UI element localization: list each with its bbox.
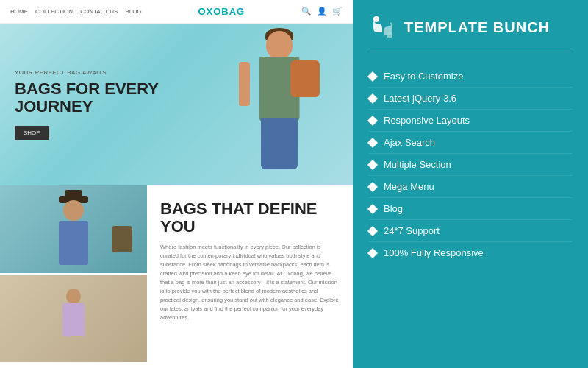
feature-item-7: 24*7 Support [369,220,572,242]
feature-label-6: Blog [384,203,403,214]
lower-description: Where fashion meets functionality in eve… [160,243,340,322]
diamond-icon-0 [368,71,378,81]
diamond-icon-5 [368,181,378,191]
feature-label-5: Mega Menu [384,181,434,192]
man-bag-image [0,185,147,273]
feature-label-3: Ajax Search [384,137,435,148]
nav-collection[interactable]: COLLECTION [35,8,73,15]
diamond-icon-8 [368,247,378,258]
brand-logo-icon [369,13,397,41]
hero-section: YOUR PERFECT BAG AWAITS BAGS FOR EVERY J… [0,24,353,185]
lower-section: BAGS THAT DEFINE YOU Where fashion meets… [0,185,353,362]
feature-item-5: Mega Menu [369,176,572,198]
man-head [63,200,84,221]
person-illustration [232,31,327,185]
girl-head [66,289,81,305]
person-legs [261,118,298,169]
navbar: HOME COLLECTION CONTACT US BLOG OXOBAG 🔍… [0,0,353,24]
lower-image-1 [0,185,147,273]
feature-label-0: Easy to Customize [384,71,463,82]
feature-label-4: Multiple Section [384,159,451,170]
man-backpack [112,226,132,252]
user-icon[interactable]: 👤 [317,7,327,16]
hero-subtitle: YOUR PERFECT BAG AWAITS [15,69,162,76]
feature-item-2: Responsive Layouts [369,110,572,132]
man-body [59,221,88,265]
hero-shop-button[interactable]: SHOP [15,126,49,140]
lower-images [0,185,147,362]
left-panel: HOME COLLECTION CONTACT US BLOG OXOBAG 🔍… [0,0,353,368]
lower-image-2 [0,275,147,362]
brand-header: TEMPLATE BUNCH [369,13,572,52]
hero-title: BAGS FOR EVERY JOURNEY [15,80,162,116]
lower-title: BAGS THAT DEFINE YOU [160,200,340,236]
right-panel: TEMPLATE BUNCH Easy to Customize Latest … [353,0,588,368]
person-arms [239,62,250,106]
lower-text-area: BAGS THAT DEFINE YOU Where fashion meets… [147,185,353,362]
feature-item-3: Ajax Search [369,132,572,154]
girl-figure [51,289,96,362]
feature-item-0: Easy to Customize [369,66,572,88]
feature-item-6: Blog [369,198,572,220]
feature-label-8: 100% Fully Responsive [384,247,484,258]
svg-point-1 [387,32,392,38]
hero-text: YOUR PERFECT BAG AWAITS BAGS FOR EVERY J… [15,69,162,140]
nav-icons: 🔍 👤 🛒 [301,7,343,16]
girl-body [62,303,85,336]
brand-name: TEMPLATE BUNCH [404,19,550,36]
nav-blog[interactable]: BLOG [125,8,141,15]
diamond-icon-4 [368,159,378,169]
person-head [266,31,293,59]
cart-icon[interactable]: 🛒 [332,7,343,16]
diamond-icon-3 [368,137,378,147]
hero-person-figure [220,24,338,185]
feature-label-1: Latest jQuery 3.6 [384,93,456,104]
feature-item-8: 100% Fully Responsive [369,242,572,263]
svg-point-0 [373,16,379,22]
diamond-icon-7 [368,225,378,236]
search-icon[interactable]: 🔍 [301,7,312,16]
feature-label-2: Responsive Layouts [384,115,470,126]
diamond-icon-2 [368,115,378,125]
diamond-icon-6 [368,203,378,213]
feature-item-4: Multiple Section [369,154,572,176]
person-bag [290,60,320,97]
site-logo[interactable]: OXOBAG [198,6,245,17]
nav-links[interactable]: HOME COLLECTION CONTACT US BLOG [10,8,142,15]
diamond-icon-1 [368,93,378,103]
feature-label-7: 24*7 Support [384,225,440,236]
nav-contact[interactable]: CONTACT US [80,8,118,15]
features-list: Easy to Customize Latest jQuery 3.6 Resp… [369,66,572,263]
girl-image [0,275,147,362]
feature-item-1: Latest jQuery 3.6 [369,88,572,110]
nav-home[interactable]: HOME [10,8,28,15]
